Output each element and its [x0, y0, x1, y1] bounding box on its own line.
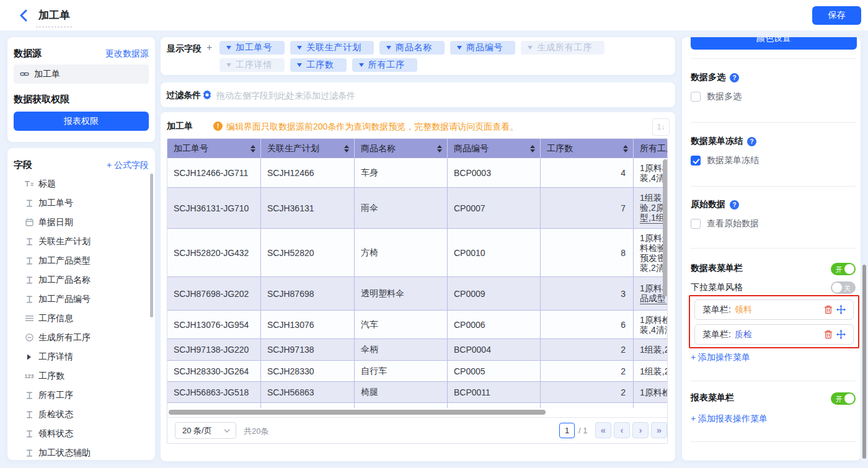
report-permission-button[interactable]: 报表权限: [14, 112, 149, 131]
warning-icon: !: [213, 121, 223, 131]
table-cell-count: 8: [541, 229, 634, 276]
field-item[interactable]: 质检状态: [7, 405, 149, 424]
dropdown-style-toggle[interactable]: 关: [831, 281, 856, 294]
sort-icon[interactable]: [530, 145, 535, 152]
dropdown-triangle-icon: [226, 63, 231, 67]
menu-item-zhijian[interactable]: 菜单栏: 质检: [694, 324, 854, 345]
table-row[interactable]: SCJH36131-JG710SCJH36131雨伞CP000771组装,2质验…: [167, 188, 668, 229]
field-item[interactable]: 加工产品名称: [7, 270, 149, 289]
sort-icon[interactable]: [344, 145, 349, 152]
display-field-tag[interactable]: 商品编号: [450, 41, 515, 55]
display-field-tag[interactable]: 加工单号: [219, 41, 285, 55]
table-row[interactable]: SCJH97138-JG220SCJH97138伞柄BCP000421组装,2质: [167, 339, 668, 361]
move-icon[interactable]: [835, 305, 847, 314]
link-icon: [20, 69, 29, 79]
raw-data-checkbox[interactable]: [691, 219, 701, 229]
field-item[interactable]: 工序信息: [7, 309, 149, 328]
multi-select-checkbox[interactable]: [691, 92, 701, 102]
table-row[interactable]: SCJH87698-JG202SCJH87698透明塑料伞CP000931原料检…: [167, 277, 668, 311]
page-size-select[interactable]: 20 条/页: [175, 422, 236, 439]
display-field-tag[interactable]: 所有工序: [352, 58, 417, 72]
help-icon[interactable]: ?: [730, 200, 739, 210]
save-button[interactable]: 保存: [812, 6, 861, 25]
help-icon[interactable]: ?: [730, 73, 739, 82]
first-page-button[interactable]: «: [595, 422, 611, 438]
move-icon[interactable]: [835, 330, 847, 339]
datasource-item[interactable]: 加工单: [14, 64, 149, 84]
table-horizontal-scrollbar[interactable]: [169, 410, 667, 415]
field-item[interactable]: 加工单号: [7, 193, 149, 213]
toggle-on-label: 开: [836, 395, 843, 404]
field-item[interactable]: 加工状态辅助: [7, 443, 149, 460]
sort-icon[interactable]: [250, 145, 255, 152]
delete-icon[interactable]: [822, 330, 835, 339]
field-item[interactable]: 加工产品类型: [7, 251, 149, 270]
add-formula-field-link[interactable]: + 公式字段: [107, 160, 149, 171]
report-menubar-toggle[interactable]: 开: [831, 392, 856, 405]
field-item[interactable]: 领料状态: [7, 424, 149, 443]
raw-data-checkbox-row[interactable]: 查看原始数据: [691, 218, 759, 229]
display-field-tag[interactable]: 工序数: [290, 58, 346, 72]
next-page-button[interactable]: ›: [632, 422, 649, 438]
menu-freeze-checkbox-row[interactable]: 数据菜单冻结: [691, 155, 759, 166]
display-field-tag[interactable]: 商品名称: [379, 41, 445, 55]
change-datasource-link[interactable]: 更改数据源: [105, 48, 149, 60]
sort-order-button[interactable]: 1↓: [652, 118, 670, 136]
gear-icon[interactable]: [202, 90, 212, 102]
display-field-tag[interactable]: 生成所有工序: [521, 41, 604, 55]
table-row[interactable]: SCJH52820-JG432SCJH52820方椅CP001081原料进厂料检…: [167, 229, 668, 277]
menu-item-prefix: 菜单栏:: [702, 304, 731, 316]
page-number-input[interactable]: [559, 423, 575, 438]
multi-select-checkbox-row[interactable]: 数据多选: [691, 91, 742, 102]
field-item[interactable]: 单据日期: [7, 213, 149, 232]
back-icon[interactable]: [16, 7, 32, 24]
table-menubar-toggle[interactable]: 开: [831, 263, 856, 275]
table-row[interactable]: SCJH56863-JG518SCJH56863椅腿BCP001121原料检验: [167, 382, 668, 403]
field-item[interactable]: 工序详情: [7, 347, 149, 366]
table-vertical-scrollbar[interactable]: [663, 159, 668, 296]
multi-select-label: 数据多选: [707, 91, 742, 102]
display-field-tag[interactable]: 工序详情: [219, 58, 285, 72]
field-item[interactable]: 生成所有工序: [7, 328, 149, 347]
table-cell-count: 7: [541, 188, 634, 228]
page-size-value: 20 条/页: [182, 425, 212, 436]
column-header[interactable]: 商品名称: [355, 139, 448, 158]
column-header[interactable]: 工序数: [541, 139, 634, 158]
display-fields-label: 显示字段: [167, 43, 202, 55]
text-icon: [24, 410, 35, 419]
fields-scrollbar[interactable]: [150, 174, 153, 317]
field-item-label: 标题: [38, 179, 56, 190]
table-cell: SCJH13076: [261, 311, 355, 338]
dropdown-triangle-icon: [457, 46, 462, 50]
table-row[interactable]: SCJH12466-JG711SCJH12466车身BCP000341原料检验装…: [167, 158, 668, 188]
column-header[interactable]: 所有工序: [634, 139, 668, 158]
add-report-menu-link[interactable]: + 添加报表操作菜单: [691, 413, 768, 425]
field-item[interactable]: 所有工序: [7, 386, 149, 405]
prev-page-button[interactable]: ‹: [614, 422, 630, 438]
field-item[interactable]: 123工序数: [7, 366, 149, 386]
table-row[interactable]: SCJH28330-JG264SCJH28330自行车CP000521组装,2质: [167, 361, 668, 382]
data-table: 加工单号关联生产计划商品名称商品编号工序数所有工序 SCJH12466-JG71…: [167, 138, 668, 444]
field-item[interactable]: 标题: [7, 174, 149, 193]
data-permission-heading: 数据获取权限: [14, 94, 69, 105]
last-page-button[interactable]: »: [651, 422, 667, 438]
help-icon[interactable]: ?: [747, 137, 756, 146]
field-item[interactable]: 加工产品编号: [7, 289, 149, 309]
table-row[interactable]: SCJH13076-JG954SCJH13076汽车CP000661原料检验装,…: [167, 311, 668, 339]
page-scrollbar[interactable]: [862, 265, 866, 459]
text-icon: [24, 237, 35, 246]
add-action-menu-link[interactable]: + 添加操作菜单: [691, 352, 750, 363]
sort-icon[interactable]: [437, 145, 442, 152]
column-header[interactable]: 加工单号: [167, 139, 261, 158]
delete-icon[interactable]: [822, 305, 835, 314]
field-item[interactable]: 关联生产计划: [7, 232, 149, 251]
column-header[interactable]: 关联生产计划: [261, 139, 355, 158]
column-header[interactable]: 商品编号: [448, 139, 541, 158]
add-display-field-button[interactable]: +: [206, 42, 212, 53]
menu-item-lingliao[interactable]: 菜单栏: 领料: [694, 299, 854, 320]
table-header-row: 加工单号关联生产计划商品名称商品编号工序数所有工序: [167, 139, 668, 158]
menu-freeze-checkbox[interactable]: [691, 156, 701, 166]
color-settings-button[interactable]: 颜色设置: [691, 37, 857, 50]
sort-icon[interactable]: [623, 145, 628, 152]
display-field-tag[interactable]: 关联生产计划: [290, 41, 374, 55]
